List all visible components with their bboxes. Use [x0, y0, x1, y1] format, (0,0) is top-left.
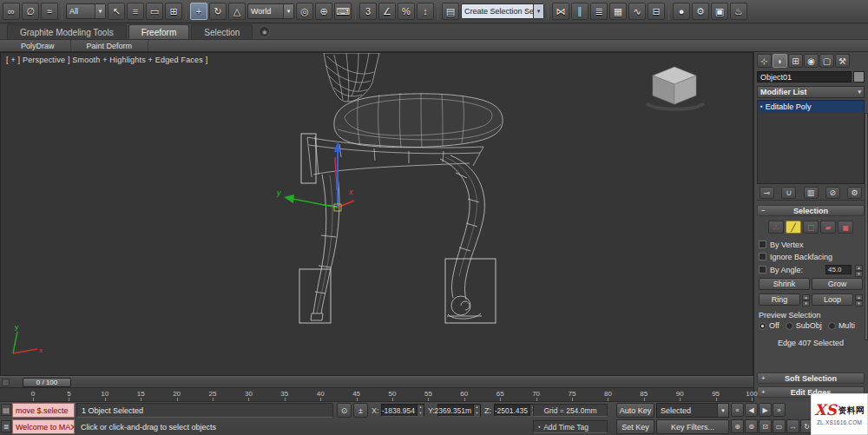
play-animation-icon[interactable]: ▶	[759, 403, 772, 417]
previous-frame-icon[interactable]: ◀	[745, 403, 758, 417]
listener-welcome-line[interactable]: Welcome to MAX!	[12, 419, 75, 434]
select-and-move-icon[interactable]: +	[190, 3, 207, 20]
radio-multi[interactable]: Multi	[828, 321, 855, 330]
checkbox-ignore-backfacing[interactable]	[759, 253, 766, 260]
spinner-down-icon[interactable]: ▾	[802, 300, 810, 306]
transform-gizmo[interactable]: y x	[276, 142, 354, 211]
display-tab-icon[interactable]: ▢	[819, 54, 834, 68]
ring-button[interactable]: Ring	[759, 293, 800, 306]
select-and-rotate-icon[interactable]: ↻	[209, 3, 227, 20]
panel-scrollbar[interactable]	[865, 113, 868, 340]
shrink-button[interactable]: Shrink	[759, 278, 810, 290]
spinner-down-icon[interactable]: ▾	[855, 271, 863, 277]
coord-z-field[interactable]: -2501.435 ▴▾	[494, 404, 537, 417]
select-by-name-icon[interactable]: ≡	[127, 3, 144, 20]
hierarchy-tab-icon[interactable]: ⊞	[788, 54, 803, 68]
show-end-result-icon[interactable]: ∪	[781, 187, 796, 199]
percent-snap-icon[interactable]: %	[398, 3, 415, 20]
select-object-icon[interactable]: ↖	[108, 3, 125, 20]
snaps-toggle-icon[interactable]: 3	[359, 3, 377, 20]
named-selection-sets-icon[interactable]: ▤	[442, 3, 459, 20]
zoom-extents-icon[interactable]: ⊡	[759, 419, 772, 433]
spinner-up-icon[interactable]: ▴	[802, 294, 810, 300]
rollout-soft-selection[interactable]: +Soft Selection	[757, 372, 865, 384]
loop-button[interactable]: Loop	[812, 293, 853, 306]
loop-spinner[interactable]: ▴▾	[855, 294, 863, 305]
angle-snap-icon[interactable]: ∠	[378, 3, 396, 20]
keyboard-override-icon[interactable]: ⌨	[334, 3, 352, 20]
coord-y-field[interactable]: 2369.351m ▴▾	[437, 404, 481, 417]
time-slider[interactable]: 0 / 100	[23, 378, 71, 387]
use-pivot-center-icon[interactable]: ◎	[296, 3, 313, 20]
rectangular-selection-icon[interactable]: ▭	[146, 3, 163, 20]
ribbon-tab-selection[interactable]: Selection	[191, 24, 253, 39]
create-tab-icon[interactable]: ⊹	[757, 54, 772, 68]
by-angle-checkbox[interactable]	[759, 266, 766, 274]
add-time-tag[interactable]: ◔ Add Time Tag	[533, 420, 608, 433]
align-icon[interactable]: ∥	[571, 3, 589, 20]
track-bar[interactable]: 0 / 100	[0, 376, 753, 388]
remove-modifier-icon[interactable]: ⊘	[825, 187, 840, 199]
rollout-selection[interactable]: − Selection	[757, 205, 865, 216]
ribbon-config-icon[interactable]: ◉	[259, 26, 270, 37]
curve-editor-icon[interactable]: ∿	[628, 3, 646, 20]
ribbon-tab-graphite-modeling-tools[interactable]: Graphite Modeling Tools	[7, 24, 127, 39]
spinner-up-icon[interactable]: ▴	[855, 294, 863, 300]
motion-tab-icon[interactable]: ◉	[804, 54, 819, 68]
pin-stack-icon[interactable]: ⊸	[760, 187, 774, 199]
window-crossing-icon[interactable]: ⊞	[165, 3, 182, 20]
modifier-list-dropdown[interactable]: Modifier List ▾	[757, 86, 865, 98]
unlink-selection-icon[interactable]: ∅	[22, 3, 39, 20]
ribbon-panel-paint-deform[interactable]: Paint Deform	[71, 40, 149, 51]
ribbon-panel-polydraw[interactable]: PolyDraw	[5, 40, 71, 51]
object-name-field[interactable]: Object01	[757, 71, 852, 82]
zoom-all-icon[interactable]: ⊚	[745, 419, 758, 433]
mirror-icon[interactable]: ⋈	[552, 3, 569, 20]
render-production-icon[interactable]: ♨	[730, 3, 747, 20]
macro-recorder-line[interactable]: move $.selecte	[12, 403, 75, 418]
auto-key-button[interactable]: Auto Key	[616, 403, 654, 418]
go-to-start-icon[interactable]: «	[731, 403, 744, 417]
rendered-frame-icon[interactable]: ▣	[711, 3, 728, 20]
timeline-ruler[interactable]: 0510152025303540455055606570758085909510…	[0, 388, 753, 402]
utilities-tab-icon[interactable]: ⚒	[835, 54, 850, 68]
view-cube[interactable]	[647, 67, 704, 109]
selection-lock-toggle-icon[interactable]: ⊙	[337, 403, 352, 418]
viewport-label[interactable]: [ + ] Perspective ] Smooth + Highlights …	[6, 56, 207, 64]
ring-spinner[interactable]: ▴▾	[802, 294, 810, 305]
select-and-scale-icon[interactable]: △	[228, 3, 246, 20]
border-icon[interactable]: ▢	[803, 221, 819, 234]
zoom-region-icon[interactable]: ▭	[773, 419, 786, 433]
spinner-snap-icon[interactable]: ↕	[417, 3, 434, 20]
polygon-icon[interactable]: ▰	[820, 221, 836, 234]
set-key-button[interactable]: Set Key	[616, 419, 654, 434]
perspective-viewport[interactable]: [ + ] Perspective ] Smooth + Highlights …	[0, 52, 753, 376]
object-color-swatch[interactable]	[853, 71, 865, 82]
radio-off[interactable]: Off	[759, 321, 779, 330]
key-mode-dropdown[interactable]: Selected ▾	[656, 403, 729, 418]
modify-tab-icon[interactable]: ◗	[773, 54, 787, 68]
reference-coordinate-dropdown[interactable]: World▾	[247, 3, 294, 19]
ribbon-tab-freeform[interactable]: Freeform	[128, 24, 190, 39]
configure-modifier-sets-icon[interactable]: ⚙	[847, 187, 862, 199]
pan-icon[interactable]: ↔	[786, 419, 799, 433]
selection-filter-dropdown[interactable]: All▾	[66, 3, 106, 19]
zoom-icon[interactable]: ⊕	[731, 419, 744, 433]
radio-subobj[interactable]: SubObj	[786, 321, 822, 330]
mini-listener-icon[interactable]: ≣	[1, 420, 11, 432]
stack-item-editable-poly[interactable]: ▪ Editable Poly	[758, 101, 864, 112]
spinner-up-icon[interactable]: ▴	[855, 265, 863, 271]
coord-x-field[interactable]: -1838.954 ▴▾	[381, 404, 424, 417]
grow-button[interactable]: Grow	[812, 278, 863, 290]
go-to-end-icon[interactable]: »	[773, 403, 786, 417]
modifier-stack[interactable]: ▪ Editable Poly	[757, 100, 865, 184]
render-setup-icon[interactable]: ⚙	[692, 3, 709, 20]
viewport-canvas[interactable]: y x x y	[1, 53, 754, 377]
trackbar-splitter[interactable]	[2, 379, 10, 386]
vertex-icon[interactable]: ∴	[768, 221, 784, 234]
material-editor-icon[interactable]: ●	[673, 3, 690, 20]
absolute-offset-mode-icon[interactable]: ±	[353, 403, 368, 418]
checkbox-by-vertex[interactable]	[759, 241, 766, 248]
spinner-down-icon[interactable]: ▾	[855, 300, 863, 306]
schematic-view-icon[interactable]: ⊟	[648, 3, 665, 20]
